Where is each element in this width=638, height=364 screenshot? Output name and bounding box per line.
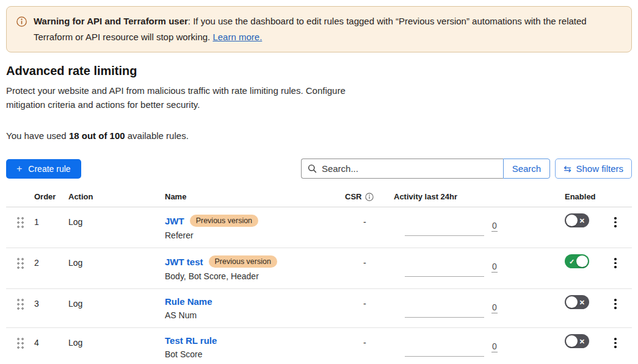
activity-count[interactable]: 0 — [491, 221, 498, 232]
kebab-menu-icon[interactable] — [612, 257, 619, 271]
header-spacer — [6, 192, 34, 207]
activity-count[interactable]: 0 — [491, 262, 498, 273]
drag-handle-icon[interactable] — [17, 258, 24, 270]
activity-sparkline — [405, 317, 484, 318]
usage-count: 18 out of 100 — [69, 130, 125, 141]
rule-order: 1 — [34, 207, 68, 248]
rule-name-line: Rule Name — [165, 296, 345, 307]
toggle-knob — [576, 255, 588, 267]
rule-name-line: Test RL rule — [165, 335, 345, 346]
kebab-menu-icon[interactable] — [612, 337, 619, 351]
rule-name-line: JWT Previous version — [165, 215, 345, 227]
activity-sparkline — [405, 356, 484, 357]
activity-count[interactable]: 0 — [491, 302, 498, 313]
table-row: 4 Log Test RL rule Bot Score - 0 ✓ ✕ — [6, 328, 632, 364]
enabled-cell: ✓ ✕ — [540, 289, 598, 327]
rule-name-cell: Test RL rule Bot Score — [165, 328, 345, 364]
enabled-cell: ✓ ✕ — [540, 248, 598, 288]
rule-activity-cell: 0 — [388, 248, 540, 288]
activity-sparkline — [405, 235, 484, 236]
row-menu-cell — [598, 248, 632, 288]
cross-icon: ✕ — [579, 216, 585, 224]
previous-version-badge: Previous version — [190, 215, 258, 227]
drag-handle-cell — [6, 289, 34, 327]
row-menu-cell — [598, 207, 632, 248]
rule-activity-cell: 0 — [388, 328, 540, 364]
rule-csr-value: - — [345, 248, 388, 288]
search-icon — [308, 164, 317, 173]
rule-order: 2 — [34, 248, 68, 288]
search-input[interactable] — [301, 159, 503, 179]
rule-action: Log — [68, 207, 165, 248]
search-button[interactable]: Search — [503, 159, 550, 179]
rule-name-link[interactable]: JWT — [165, 216, 184, 226]
enabled-toggle[interactable]: ✓ ✕ — [565, 254, 589, 268]
rule-action: Log — [68, 289, 165, 327]
warning-text: Warning for API and Terraform user: If y… — [34, 13, 611, 45]
warning-banner: Warning for API and Terraform user: If y… — [6, 6, 632, 52]
plus-icon: + — [16, 163, 22, 174]
kebab-menu-icon[interactable] — [612, 298, 619, 312]
drag-handle-icon[interactable] — [17, 299, 24, 311]
rule-action: Log — [68, 328, 165, 364]
rule-name-cell: Rule Name AS Num — [165, 289, 345, 327]
enabled-cell: ✓ ✕ — [540, 328, 598, 364]
swap-arrows-icon: ⇆ — [564, 164, 571, 173]
rule-activity-cell: 0 — [388, 207, 540, 248]
cross-icon: ✕ — [579, 298, 585, 306]
column-header-order: Order — [34, 192, 68, 207]
rule-order: 3 — [34, 289, 68, 327]
drag-handle-icon[interactable] — [17, 338, 24, 350]
row-menu-cell — [598, 289, 632, 327]
create-rule-label: Create rule — [28, 164, 70, 174]
table-row: 1 Log JWT Previous version Referer - 0 ✓… — [6, 207, 632, 248]
rule-criteria: Body, Bot Score, Header — [165, 271, 345, 288]
rule-name-cell: JWT test Previous version Body, Bot Scor… — [165, 248, 345, 288]
csr-header-label: CSR — [345, 192, 361, 201]
previous-version-badge: Previous version — [209, 255, 277, 268]
toolbar-right: Search ⇆ Show filters — [301, 159, 632, 179]
kebab-menu-icon[interactable] — [612, 216, 619, 230]
header-spacer — [598, 192, 632, 207]
drag-handle-cell — [6, 248, 34, 288]
table-row: 3 Log Rule Name AS Num - 0 ✓ ✕ — [6, 289, 632, 328]
rule-order: 4 — [34, 328, 68, 364]
usage-text: You have used 18 out of 100 available ru… — [6, 130, 632, 141]
column-header-csr: CSR — [345, 192, 388, 207]
search-group: Search — [301, 159, 550, 179]
show-filters-label: Show filters — [576, 163, 623, 174]
toggle-knob — [566, 335, 578, 347]
usage-prefix: You have used — [6, 130, 69, 141]
rules-table: Order Action Name CSR Activity last 24hr… — [6, 182, 632, 364]
show-filters-button[interactable]: ⇆ Show filters — [555, 159, 632, 179]
rule-csr-value: - — [345, 328, 388, 364]
rule-name-line: JWT test Previous version — [165, 255, 345, 268]
rule-activity-cell: 0 — [388, 289, 540, 327]
info-icon[interactable] — [365, 193, 374, 201]
column-header-name: Name — [165, 192, 345, 207]
enabled-toggle[interactable]: ✓ ✕ — [565, 334, 589, 348]
toggle-knob — [566, 296, 578, 308]
table-header-row: Order Action Name CSR Activity last 24hr… — [6, 182, 632, 207]
enabled-toggle[interactable]: ✓ ✕ — [565, 295, 589, 309]
page-title: Advanced rate limiting — [6, 64, 632, 78]
learn-more-link[interactable]: Learn more. — [212, 32, 262, 42]
rule-name-link[interactable]: Rule Name — [165, 296, 212, 307]
activity-count[interactable]: 0 — [491, 341, 498, 352]
column-header-enabled: Enabled — [540, 192, 598, 207]
table-row: 2 Log JWT test Previous version Body, Bo… — [6, 248, 632, 289]
table-body: 1 Log JWT Previous version Referer - 0 ✓… — [6, 207, 632, 364]
toggle-knob — [566, 215, 578, 226]
rule-action: Log — [68, 248, 165, 288]
rule-name-cell: JWT Previous version Referer — [165, 207, 345, 248]
cross-icon: ✕ — [579, 337, 585, 345]
rule-csr-value: - — [345, 207, 388, 248]
usage-suffix: available rules. — [125, 130, 189, 141]
toolbar: + Create rule Search ⇆ Show filters — [6, 159, 632, 179]
column-header-action: Action — [68, 192, 165, 207]
create-rule-button[interactable]: + Create rule — [6, 159, 81, 179]
enabled-toggle[interactable]: ✓ ✕ — [565, 213, 589, 227]
rule-name-link[interactable]: JWT test — [165, 257, 203, 267]
rule-name-link[interactable]: Test RL rule — [165, 335, 217, 346]
drag-handle-icon[interactable] — [17, 217, 24, 229]
